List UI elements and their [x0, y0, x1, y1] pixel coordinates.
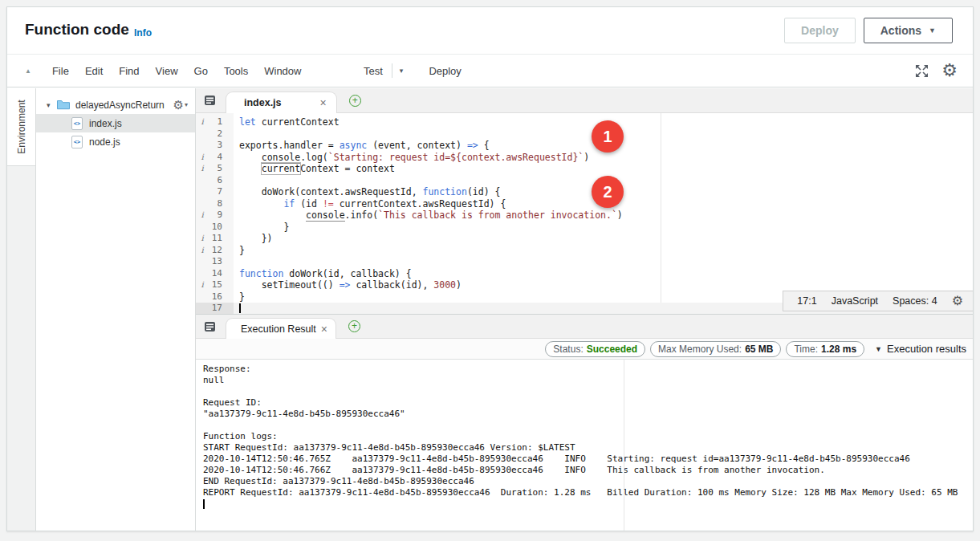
gutter-line-13[interactable]: 13 [196, 256, 234, 268]
menu-divider [392, 63, 392, 78]
menu-items: FileEditFindViewGoToolsWindow [44, 65, 310, 77]
code-line-2[interactable]: 2 [196, 128, 973, 140]
code-editor[interactable]: i1let currentContext23exports.handler = … [196, 113, 973, 314]
editor-column: index.js × + i1let currentContext23expor… [196, 88, 973, 531]
gutter-line-12[interactable]: i12 [196, 245, 234, 257]
gutter-line-2[interactable]: 2 [196, 128, 234, 140]
chevron-down-icon: ▼ [875, 345, 882, 353]
editor-settings-gear-icon[interactable]: ⚙ [952, 295, 963, 307]
folder-settings-gear-icon[interactable]: ⚙▾ [173, 99, 188, 111]
tab-index-js[interactable]: index.js × [226, 92, 337, 113]
menu-item-find[interactable]: Find [111, 65, 147, 77]
menu-item-deploy[interactable]: Deploy [422, 65, 467, 77]
environment-tab[interactable]: Environment [7, 88, 35, 166]
cursor-position[interactable]: 17:1 [797, 295, 816, 307]
gutter-line-9[interactable]: i9 [196, 209, 234, 222]
code-line-4[interactable]: i4 console.log(`Starting: request id=${c… [196, 152, 973, 164]
settings-gear-icon[interactable]: ⚙ [941, 62, 958, 79]
tab-list-icon[interactable] [204, 95, 218, 110]
environment-strip: Environment [7, 88, 36, 531]
deploy-button[interactable]: Deploy [784, 18, 856, 43]
chevron-down-icon[interactable]: ▾ [47, 101, 57, 109]
info-annotation-icon: i [196, 233, 209, 245]
execution-results-dropdown[interactable]: ▼ Execution results [875, 343, 966, 355]
function-code-panel: Function code Info Deploy Actions ▼ ▲ Fi… [6, 6, 974, 531]
actions-button[interactable]: Actions ▼ [864, 18, 953, 43]
tab-execution-result[interactable]: Execution Result × [226, 318, 336, 339]
execution-output-text: Response: null Request ID: "aa137379-9c1… [196, 360, 973, 498]
gutter-line-10[interactable]: 10 [196, 222, 234, 234]
menu-item-test[interactable]: Test [357, 65, 389, 77]
tab-label: index.js [244, 97, 282, 108]
fullscreen-icon[interactable] [914, 63, 929, 79]
test-dropdown-icon[interactable]: ▾ [395, 67, 409, 75]
file-tree: ▾delayedAsyncReturn⚙▾<>index.js<>node.js [36, 88, 196, 531]
tab-list-icon[interactable] [204, 321, 218, 336]
tree-file-index.js[interactable]: <>index.js [36, 114, 195, 132]
panel-header: Function code Info Deploy Actions ▼ [7, 7, 973, 54]
gutter-line-15[interactable]: i15 [196, 279, 234, 291]
editor-status-bar[interactable]: 17:1 JavaScript Spaces: 4 ⚙ [783, 291, 973, 311]
folder-name: delayedAsyncReturn [75, 100, 165, 111]
javascript-file-icon: <> [71, 117, 83, 130]
code-line-12[interactable]: i12} [196, 245, 973, 257]
info-annotation-icon: i [196, 279, 209, 291]
code-line-15[interactable]: i15 setTimeout(() => callback(id), 3000) [196, 279, 973, 291]
new-tab-icon[interactable]: + [349, 95, 361, 107]
menu-item-tools[interactable]: Tools [216, 65, 256, 77]
language-mode[interactable]: JavaScript [832, 295, 878, 307]
info-annotation-icon: i [196, 245, 209, 257]
javascript-file-icon: <> [71, 136, 83, 148]
menu-item-file[interactable]: File [44, 65, 77, 77]
code-line-13[interactable]: 13 [196, 256, 973, 268]
gutter-line-5[interactable]: i5 [196, 163, 234, 175]
info-annotation-icon: i [196, 116, 209, 128]
result-badges: Status:SucceededMax Memory Used:65 MBTim… [545, 341, 864, 357]
code-line-1[interactable]: i1let currentContext [196, 116, 973, 128]
close-tab-icon[interactable]: × [320, 96, 327, 109]
file-name: node.js [89, 136, 120, 148]
editor-main-area: Environment ▾delayedAsyncReturn⚙▾<>index… [7, 88, 973, 531]
gutter-line-16[interactable]: 16 [196, 291, 234, 303]
execution-result-pane: Execution Result × + Status:SucceededMax… [196, 314, 973, 531]
gutter-line-1[interactable]: i1 [196, 116, 234, 128]
page-title: Function code [25, 21, 129, 39]
code-line-5[interactable]: i5 currentContext = context [196, 163, 973, 175]
execution-output[interactable]: Response: null Request ID: "aa137379-9c1… [196, 360, 973, 531]
gutter-line-4[interactable]: i4 [196, 152, 234, 164]
spaces-setting[interactable]: Spaces: 4 [893, 295, 937, 307]
editor-tabbar: index.js × + [196, 88, 973, 113]
gutter-line-3[interactable]: 3 [196, 140, 234, 152]
code-line-6[interactable]: 6 [196, 175, 973, 187]
code-line-10[interactable]: 10 } [196, 222, 973, 234]
menu-item-go[interactable]: Go [186, 65, 216, 77]
gutter-line-7[interactable]: 7 [196, 186, 234, 198]
code-line-11[interactable]: i11 }) [196, 233, 973, 245]
code-line-7[interactable]: 7 doWork(context.awsRequestId, function(… [196, 186, 973, 198]
info-link[interactable]: Info [134, 27, 152, 39]
code-line-14[interactable]: 14function doWork(id, callback) { [196, 268, 973, 280]
chevron-down-icon: ▾ [185, 101, 188, 108]
tree-folder-delayedAsyncReturn[interactable]: ▾delayedAsyncReturn⚙▾ [36, 96, 195, 114]
gutter-line-11[interactable]: i11 [196, 233, 234, 245]
close-tab-icon[interactable]: × [321, 323, 327, 336]
annotation-badge-1: 1 [592, 120, 624, 153]
gutter-line-8[interactable]: 8 [196, 198, 234, 210]
result-status-row: Status:SucceededMax Memory Used:65 MBTim… [196, 339, 973, 360]
collapse-pane-icon[interactable]: ▲ [25, 67, 31, 75]
new-tab-icon[interactable]: + [348, 320, 360, 332]
code-line-8[interactable]: 8 if (id != currentContext.awsRequestId)… [196, 198, 973, 210]
output-margin-line [624, 360, 624, 531]
gutter-line-17[interactable]: 17 [196, 303, 234, 314]
menu-item-edit[interactable]: Edit [77, 65, 111, 77]
environment-tab-label: Environment [16, 100, 27, 153]
code-line-9[interactable]: i9 console.info(`This callback is from a… [196, 209, 973, 222]
menu-item-window[interactable]: Window [256, 65, 309, 77]
tree-file-node.js[interactable]: <>node.js [36, 132, 195, 151]
info-annotation-icon: i [196, 163, 209, 175]
menu-run-group: Test ▾ Deploy [357, 63, 468, 78]
code-line-3[interactable]: 3exports.handler = async (event, context… [196, 140, 973, 152]
menu-item-view[interactable]: View [148, 65, 186, 77]
gutter-line-14[interactable]: 14 [196, 268, 234, 280]
gutter-line-6[interactable]: 6 [196, 175, 234, 187]
